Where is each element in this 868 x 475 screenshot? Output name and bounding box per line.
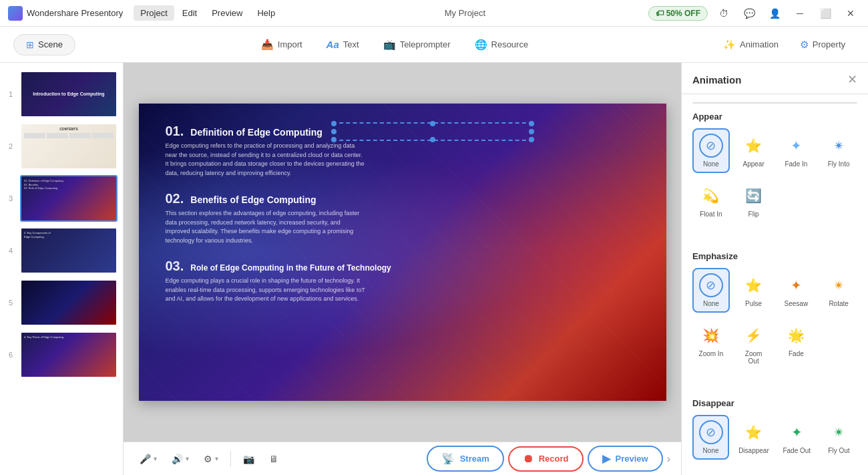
emp-fade-item[interactable]: 🌟 Fade bbox=[778, 318, 815, 370]
clock-icon-btn[interactable]: ⏱ bbox=[714, 4, 733, 23]
import-icon: 📥 bbox=[261, 39, 274, 51]
emp-none-item[interactable]: ⊘ None bbox=[692, 268, 730, 313]
scene-icon: ⊞ bbox=[26, 39, 34, 50]
titlebar-right: 🏷 50% OFF ⏱ 💬 👤 ─ ⬜ ✕ bbox=[648, 4, 860, 23]
mic-dropdown-icon[interactable]: ▾ bbox=[154, 455, 157, 462]
text-label: Text bbox=[343, 39, 359, 49]
appear-floatin-item[interactable]: 💫 Float In bbox=[692, 178, 730, 223]
emp-pulse-item[interactable]: ⭐ Pulse bbox=[735, 268, 773, 313]
appear-flip-item[interactable]: 🔄 Flip bbox=[735, 178, 773, 223]
import-button[interactable]: 📥 Import bbox=[252, 35, 312, 55]
bottom-divider-1 bbox=[230, 451, 231, 467]
more-button[interactable]: › bbox=[667, 453, 670, 465]
appear-flyinto-item[interactable]: ✴ Fly Into bbox=[820, 128, 857, 173]
record-icon: ⏺ bbox=[523, 453, 533, 465]
appear-appear-item[interactable]: ⭐ Appear bbox=[735, 128, 773, 173]
animation-panel-title: Animation bbox=[692, 74, 741, 86]
dis-disappear-item[interactable]: ⭐ Disappear bbox=[734, 415, 773, 460]
emp-fade-icon: 🌟 bbox=[784, 323, 808, 347]
slide-item-2[interactable]: 2 CONTENTS bbox=[0, 120, 123, 172]
slide6-preview-text: 4. Key Points of Edge Computing bbox=[24, 335, 114, 339]
stream-button[interactable]: 📡 Stream bbox=[427, 446, 504, 472]
toolbar-right-group: ✨ Animation ⚙ Property bbox=[714, 35, 855, 55]
menu-project[interactable]: Project bbox=[134, 5, 174, 21]
settings-dropdown-icon[interactable]: ▾ bbox=[215, 455, 218, 462]
emp-zoomin-label: Zoom In bbox=[699, 350, 724, 357]
slide-thumb-6[interactable]: 4. Key Points of Edge Computing bbox=[20, 331, 118, 378]
property-icon: ⚙ bbox=[800, 39, 809, 51]
account-icon-btn[interactable]: 👤 bbox=[765, 4, 784, 23]
appear-fadein-item[interactable]: ✦ Fade In bbox=[778, 128, 815, 173]
section-02-title: Benefits of Edge Computing bbox=[190, 194, 316, 206]
appear-flip-label: Flip bbox=[748, 210, 759, 218]
appear-appear-icon: ⭐ bbox=[742, 134, 766, 158]
property-button[interactable]: ⚙ Property bbox=[791, 35, 855, 55]
screen-button[interactable]: 🖥 bbox=[264, 450, 284, 468]
emp-zoomout-item[interactable]: ⚡ Zoom Out bbox=[735, 318, 773, 370]
slide4-preview-text: 2. Key Components ofEdge Computing bbox=[24, 231, 114, 239]
emp-pulse-icon: ⭐ bbox=[742, 273, 766, 297]
animation-close-button[interactable]: ✕ bbox=[847, 72, 857, 87]
section-02-body: This section explores the advantages of … bbox=[166, 209, 366, 245]
slide-thumb-2[interactable]: CONTENTS bbox=[20, 123, 118, 170]
slide-item-6[interactable]: 6 4. Key Points of Edge Computing bbox=[0, 329, 123, 381]
slide-thumb-5[interactable] bbox=[20, 279, 118, 326]
close-btn[interactable]: ✕ bbox=[841, 4, 860, 23]
dis-fadeout-item[interactable]: ✦ Fade Out bbox=[779, 415, 815, 460]
minimize-btn[interactable]: ─ bbox=[791, 4, 809, 23]
vol-dropdown-icon[interactable]: ▾ bbox=[186, 455, 189, 462]
settings-button[interactable]: ⚙ ▾ bbox=[198, 450, 224, 468]
menu-preview[interactable]: Preview bbox=[205, 5, 249, 21]
dis-none-item[interactable]: ⊘ None bbox=[692, 415, 729, 460]
slide-canvas[interactable]: 01. Definition of Edge Computing Edge co… bbox=[139, 104, 666, 401]
slide-item-5[interactable]: 5 bbox=[0, 277, 123, 329]
preview-button[interactable]: ▶ Preview bbox=[588, 446, 663, 472]
disappear-section: Disappear ⊘ None ⭐ Disappear ✦ Fade Out bbox=[682, 390, 868, 475]
promo-badge[interactable]: 🏷 50% OFF bbox=[648, 6, 708, 21]
dis-flip-item[interactable]: 🔄 Flip bbox=[734, 465, 773, 475]
menu-help[interactable]: Help bbox=[250, 5, 282, 21]
scene-button[interactable]: ⊞ Scene bbox=[13, 34, 75, 55]
camera-button[interactable]: 📷 bbox=[238, 450, 260, 468]
dis-flyout-item[interactable]: ✴ Fly Out bbox=[821, 415, 857, 460]
animation-button[interactable]: ✨ Animation bbox=[714, 35, 788, 55]
slide1-title-text: Introduction to Edge Computing bbox=[33, 91, 104, 97]
slide-thumb-1[interactable]: Introduction to Edge Computing bbox=[20, 71, 118, 118]
emp-none-icon: ⊘ bbox=[699, 273, 723, 297]
emp-seesaw-item[interactable]: ✦ Seesaw bbox=[778, 268, 815, 313]
teleprompter-label: Teleprompter bbox=[400, 39, 451, 49]
slide-thumb-3[interactable]: 01. Definition of Edge Computing02. Bene… bbox=[20, 175, 118, 222]
slide-item-3[interactable]: 3 01. Definition of Edge Computing02. Be… bbox=[0, 172, 123, 224]
dis-floatout-item[interactable]: 💫 Float Out bbox=[692, 465, 729, 475]
slide-item-1[interactable]: 1 Introduction to Edge Computing bbox=[0, 68, 123, 120]
section-02: 02. Benefits of Edge Computing This sect… bbox=[166, 191, 640, 245]
emp-zoomin-item[interactable]: 💥 Zoom In bbox=[692, 318, 730, 370]
appear-none-item[interactable]: ⊘ None bbox=[692, 128, 730, 173]
disappear-section-title: Disappear bbox=[692, 398, 857, 408]
slide-number-6: 6 bbox=[5, 351, 16, 359]
resource-button[interactable]: 🌐 Resource bbox=[465, 35, 538, 55]
disappear-grid: ⊘ None ⭐ Disappear ✦ Fade Out ✴ Fly Out bbox=[692, 415, 857, 475]
camera-icon: 📷 bbox=[243, 454, 254, 464]
chat-icon-btn[interactable]: 💬 bbox=[740, 4, 758, 23]
volume-button[interactable]: 🔊 ▾ bbox=[166, 450, 194, 468]
slide-thumb-4[interactable]: 2. Key Components ofEdge Computing bbox=[20, 227, 118, 274]
emp-seesaw-label: Seesaw bbox=[785, 300, 809, 307]
emphasize-section-title: Emphasize bbox=[692, 251, 857, 261]
record-button[interactable]: ⏺ Record bbox=[508, 446, 584, 472]
stream-icon: 📡 bbox=[441, 452, 455, 465]
preview-label: Preview bbox=[616, 454, 648, 464]
dis-flyout-icon: ✴ bbox=[827, 420, 851, 444]
menu-edit[interactable]: Edit bbox=[176, 5, 204, 21]
canvas-main[interactable]: 01. Definition of Edge Computing Edge co… bbox=[124, 63, 681, 442]
app-logo: Wondershare Presentory bbox=[8, 6, 123, 21]
maximize-btn[interactable]: ⬜ bbox=[816, 4, 835, 23]
section-02-num: 02. bbox=[166, 191, 184, 206]
teleprompter-button[interactable]: 📺 Teleprompter bbox=[374, 35, 460, 55]
appear-flip-icon: 🔄 bbox=[742, 184, 766, 208]
slide-item-4[interactable]: 4 2. Key Components ofEdge Computing bbox=[0, 224, 123, 277]
text-button[interactable]: Aa Text bbox=[317, 35, 369, 54]
property-label: Property bbox=[813, 39, 845, 49]
microphone-button[interactable]: 🎤 ▾ bbox=[134, 450, 162, 468]
emp-rotate-item[interactable]: ✴ Rotate bbox=[820, 268, 857, 313]
